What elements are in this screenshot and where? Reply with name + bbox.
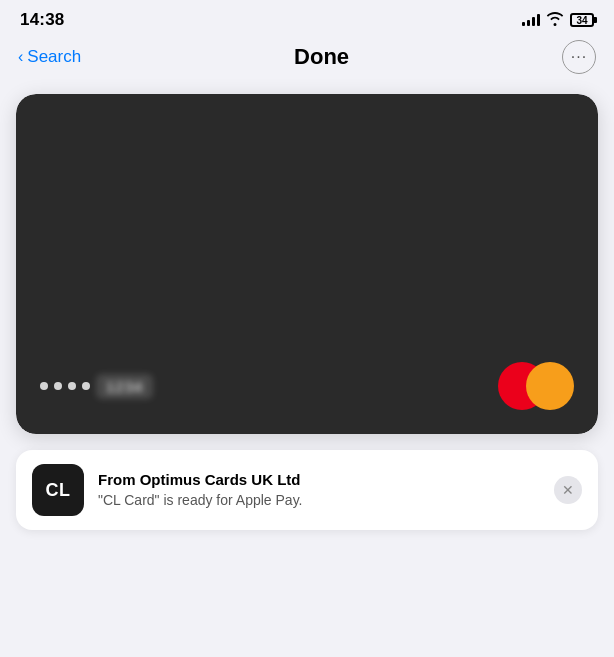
credit-card: 1234 bbox=[16, 94, 598, 434]
notification-close-button[interactable]: ✕ bbox=[554, 476, 582, 504]
status-time: 14:38 bbox=[20, 10, 64, 30]
status-bar: 14:38 34 bbox=[0, 0, 614, 36]
more-dots-icon: ··· bbox=[571, 48, 587, 66]
notification-banner: CL From Optimus Cards UK Ltd "CL Card" i… bbox=[16, 450, 598, 530]
back-chevron-icon: ‹ bbox=[18, 48, 23, 66]
battery-icon: 34 bbox=[570, 13, 594, 27]
card-dot-1 bbox=[40, 382, 48, 390]
card-dot-2 bbox=[54, 382, 62, 390]
close-icon: ✕ bbox=[562, 482, 574, 498]
card-bottom: 1234 bbox=[40, 362, 574, 410]
signal-icon bbox=[522, 14, 540, 26]
card-last-digits: 1234 bbox=[96, 374, 153, 399]
mastercard-orange-circle bbox=[526, 362, 574, 410]
card-dot-3 bbox=[68, 382, 76, 390]
card-container: 1234 bbox=[16, 94, 598, 434]
card-number-dots: 1234 bbox=[40, 374, 153, 399]
nav-bar: ‹ Search Done ··· bbox=[0, 36, 614, 82]
notification-app-icon: CL bbox=[32, 464, 84, 516]
back-label: Search bbox=[27, 47, 81, 67]
mastercard-logo bbox=[498, 362, 574, 410]
more-button[interactable]: ··· bbox=[562, 40, 596, 74]
back-button[interactable]: ‹ Search bbox=[18, 47, 81, 67]
notification-content: From Optimus Cards UK Ltd "CL Card" is r… bbox=[98, 471, 540, 509]
status-icons: 34 bbox=[522, 12, 594, 29]
card-dot-4 bbox=[82, 382, 90, 390]
notification-body: "CL Card" is ready for Apple Pay. bbox=[98, 491, 540, 509]
notification-title: From Optimus Cards UK Ltd bbox=[98, 471, 540, 488]
done-label: Done bbox=[294, 44, 349, 70]
wifi-icon bbox=[546, 12, 564, 29]
